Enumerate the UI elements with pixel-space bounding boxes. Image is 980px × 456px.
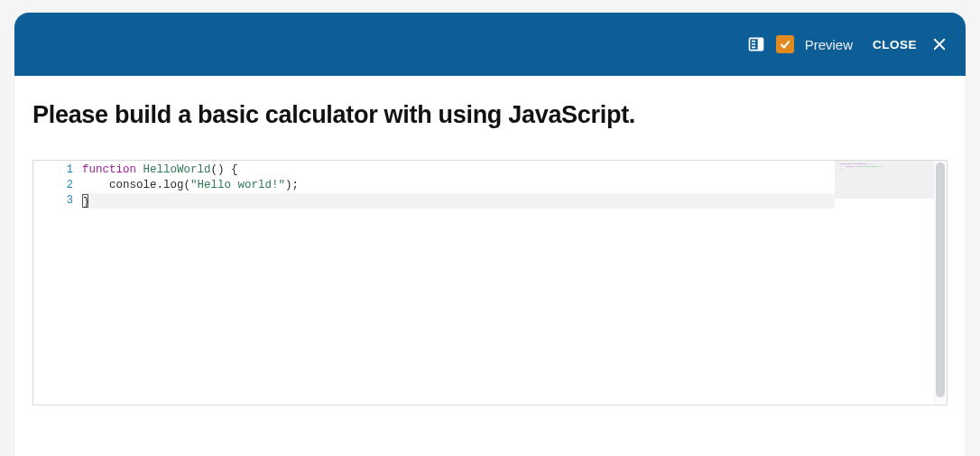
code-line[interactable]: console.log("Hello world!");: [82, 178, 835, 193]
line-number: 2: [33, 178, 73, 193]
page-title: Please build a basic calculator with usi…: [32, 101, 948, 129]
code-area[interactable]: function HelloWorld() { console.log("Hel…: [82, 161, 835, 405]
close-button[interactable]: CLOSE: [873, 38, 917, 51]
minimap[interactable]: function HelloWorld() { console.log("Hel…: [835, 161, 934, 405]
scrollbar-thumb[interactable]: [936, 163, 945, 397]
line-number-gutter: 123: [33, 161, 82, 405]
minimap-content: function HelloWorld() { console.log("Hel…: [840, 163, 883, 171]
line-number: 1: [33, 163, 73, 178]
panel-layout-icon[interactable]: [747, 35, 765, 53]
preview-checkbox[interactable]: [776, 35, 794, 53]
modal-content: Please build a basic calculator with usi…: [14, 76, 966, 456]
preview-label: Preview: [805, 37, 853, 52]
modal: Preview CLOSE Please build a basic calcu…: [14, 13, 966, 456]
editor-main[interactable]: 123 function HelloWorld() { console.log(…: [33, 161, 835, 405]
code-editor[interactable]: 123 function HelloWorld() { console.log(…: [32, 160, 948, 405]
code-line[interactable]: function HelloWorld() {: [82, 163, 835, 178]
vertical-scrollbar[interactable]: [934, 161, 947, 405]
code-line[interactable]: }: [82, 193, 835, 209]
modal-header: Preview CLOSE: [14, 13, 966, 76]
close-icon[interactable]: [931, 36, 948, 52]
text-cursor: }: [82, 194, 88, 208]
svg-rect-1: [757, 38, 763, 50]
line-number: 3: [33, 193, 73, 209]
